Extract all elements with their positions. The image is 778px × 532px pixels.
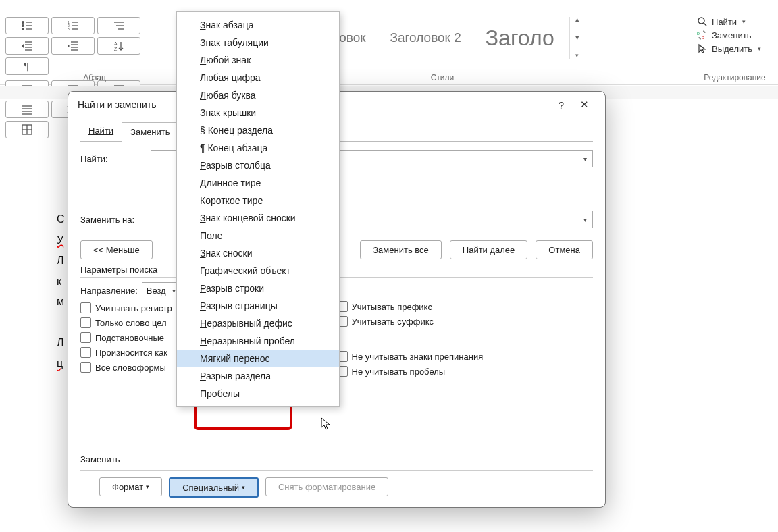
multilevel-btn[interactable]	[97, 17, 140, 34]
tab-find[interactable]: Найти	[80, 122, 122, 141]
special-menu-item[interactable]: Поле	[177, 227, 339, 244]
search-icon	[697, 16, 708, 27]
svg-point-2	[22, 25, 24, 27]
dialog-tabs: Найти Заменить	[80, 122, 605, 141]
style-scroll[interactable]: ▲▼▾	[569, 17, 584, 59]
tab-replace[interactable]: Заменить	[122, 122, 178, 142]
clear-formatting-button[interactable]: Снять форматирование	[265, 477, 388, 496]
special-menu-item[interactable]: Знак крышки	[177, 104, 339, 122]
style-item[interactable]: Заголовок 2	[381, 17, 471, 59]
special-menu-item[interactable]: Длинное тире	[177, 174, 339, 192]
format-button[interactable]: Формат▾	[99, 477, 162, 496]
replace-with-label: Заменить на:	[80, 215, 141, 225]
select-button[interactable]: Выделить▾	[697, 43, 773, 54]
special-menu: Знак абзацаЗнак табуляцииЛюбой знакЛюбая…	[176, 11, 340, 407]
svg-point-4	[22, 28, 24, 30]
replace-icon: bc	[697, 30, 708, 41]
opt-suffix[interactable]: Учитывать суффикс	[337, 316, 594, 327]
svg-text:A: A	[114, 41, 118, 46]
svg-line-51	[704, 23, 706, 26]
special-menu-item[interactable]: Любая цифра	[177, 69, 339, 86]
special-menu-item[interactable]: Знак концевой сноски	[177, 209, 339, 227]
cursor-icon	[697, 43, 708, 54]
svg-point-0	[22, 22, 24, 24]
special-menu-item[interactable]: Знак сноски	[177, 244, 339, 262]
find-label: Найти:	[80, 154, 141, 164]
justify-btn[interactable]	[5, 101, 49, 118]
editing-group-label: Редактирование	[697, 73, 773, 82]
special-menu-item[interactable]: § Конец раздела	[177, 122, 339, 139]
document-body: С У Л к м Л ц	[57, 189, 65, 374]
less-button[interactable]: << Меньше	[80, 240, 153, 259]
special-menu-item[interactable]: Мягкий перенос	[177, 350, 339, 367]
svg-text:Z: Z	[114, 47, 118, 51]
special-menu-item[interactable]: Разрыв раздела	[177, 367, 339, 385]
replace-all-button[interactable]: Заменить все	[360, 240, 442, 259]
borders-btn[interactable]	[5, 121, 49, 138]
editing-panel: Найти▾ bc Заменить Выделить▾	[697, 14, 773, 57]
numbering-btn[interactable]: 123	[51, 17, 95, 34]
svg-text:¶: ¶	[24, 61, 29, 72]
direction-label: Направление:	[80, 286, 138, 296]
svg-text:3: 3	[68, 27, 70, 31]
svg-point-50	[698, 18, 704, 24]
replace-button[interactable]: bc Заменить	[697, 30, 773, 41]
special-menu-item[interactable]: Разрыв страницы	[177, 297, 339, 315]
opt-ignore-punct[interactable]: Не учитывать знаки препинания	[337, 351, 594, 362]
special-menu-item[interactable]: ¶ Конец абзаца	[177, 139, 339, 157]
special-menu-item[interactable]: Разрыв строки	[177, 280, 339, 297]
increase-indent-btn[interactable]	[51, 37, 95, 55]
special-button[interactable]: Специальный▾	[169, 477, 259, 498]
cancel-button[interactable]: Отмена	[536, 240, 593, 259]
special-menu-item[interactable]: Пробелы	[177, 385, 339, 402]
ribbon: 123 AZ ¶ Абзац нтервала Заголовок Заголо…	[0, 0, 778, 85]
sort-btn[interactable]: AZ	[97, 37, 140, 55]
find-next-button[interactable]: Найти далее	[450, 240, 528, 259]
special-menu-item[interactable]: Неразрывный пробел	[177, 332, 339, 350]
svg-text:b: b	[697, 31, 700, 36]
special-menu-item[interactable]: Разрыв столбца	[177, 157, 339, 174]
find-button[interactable]: Найти▾	[697, 16, 773, 27]
special-menu-item[interactable]: Неразрывный дефис	[177, 315, 339, 332]
special-menu-item[interactable]: Любая буква	[177, 86, 339, 104]
opt-ignore-space[interactable]: Не учитывать пробелы	[337, 366, 594, 377]
close-icon[interactable]: ✕	[573, 99, 596, 111]
special-menu-item[interactable]: Любой знак	[177, 51, 339, 69]
chevron-down-icon[interactable]: ▾	[577, 211, 592, 228]
svg-text:c: c	[702, 35, 704, 40]
style-item[interactable]: Заголо	[476, 17, 564, 59]
chevron-down-icon[interactable]: ▾	[577, 151, 592, 167]
help-icon[interactable]: ?	[550, 99, 573, 111]
replace-label: Заменить	[712, 30, 751, 41]
special-menu-item[interactable]: Знак табуляции	[177, 34, 339, 51]
replace-section-label: Заменить	[80, 454, 593, 464]
dialog-title: Найти и заменить	[78, 99, 156, 110]
special-menu-item[interactable]: Короткое тире	[177, 192, 339, 209]
find-label: Найти	[712, 17, 737, 27]
direction-select[interactable]: Везд	[142, 282, 179, 298]
paragraph-group-label: Абзац	[0, 73, 189, 82]
special-menu-item[interactable]: Знак абзаца	[177, 16, 339, 34]
opt-prefix[interactable]: Учитывать префикс	[337, 301, 594, 312]
select-label: Выделить	[712, 44, 752, 54]
special-menu-item[interactable]: Графический объект	[177, 262, 339, 280]
bullets-btn[interactable]	[5, 17, 49, 34]
decrease-indent-btn[interactable]	[5, 37, 49, 55]
